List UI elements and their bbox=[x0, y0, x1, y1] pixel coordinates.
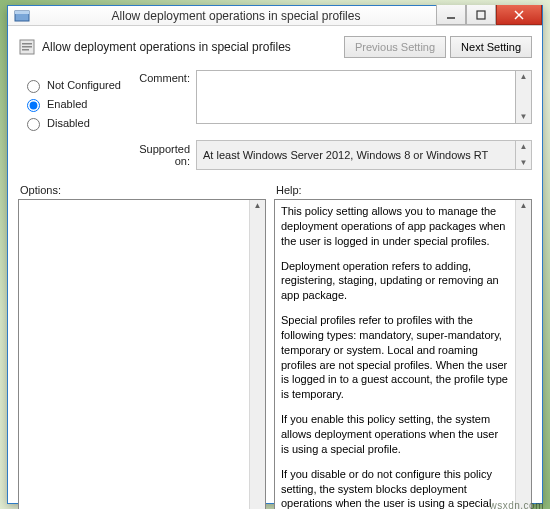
next-setting-button[interactable]: Next Setting bbox=[450, 36, 532, 58]
radio-enabled-input[interactable] bbox=[27, 99, 40, 112]
header-row: Allow deployment operations in special p… bbox=[18, 36, 532, 58]
chevron-up-icon[interactable]: ▲ bbox=[516, 201, 531, 210]
help-body: This policy setting allows you to manage… bbox=[274, 199, 532, 509]
help-pane: Help: This policy setting allows you to … bbox=[274, 180, 532, 509]
policy-title: Allow deployment operations in special p… bbox=[42, 40, 338, 54]
chevron-up-icon[interactable]: ▲ bbox=[520, 141, 528, 153]
config-row: Not Configured Enabled Disabled Comment:… bbox=[18, 70, 532, 134]
radio-not-configured[interactable]: Not Configured bbox=[22, 77, 138, 93]
minimize-button[interactable] bbox=[436, 5, 466, 25]
radio-enabled-label: Enabled bbox=[47, 98, 87, 110]
content-area: Allow deployment operations in special p… bbox=[8, 26, 542, 509]
svg-rect-1 bbox=[15, 11, 29, 14]
help-p4: If you enable this policy setting, the s… bbox=[281, 412, 509, 457]
close-button[interactable] bbox=[496, 5, 542, 25]
help-label: Help: bbox=[276, 184, 532, 196]
options-label: Options: bbox=[20, 184, 266, 196]
radio-not-configured-input[interactable] bbox=[27, 80, 40, 93]
app-icon bbox=[14, 8, 30, 24]
chevron-up-icon[interactable]: ▲ bbox=[520, 71, 528, 83]
options-content bbox=[19, 200, 249, 509]
state-radios: Not Configured Enabled Disabled bbox=[18, 70, 138, 134]
help-p2: Deployment operation refers to adding, r… bbox=[281, 259, 509, 304]
chevron-down-icon[interactable]: ▼ bbox=[520, 157, 528, 169]
policy-icon bbox=[18, 38, 36, 56]
radio-disabled-input[interactable] bbox=[27, 118, 40, 131]
panes: Options: ▲ ▼ Help: This policy setting a… bbox=[18, 180, 532, 509]
dialog-window: Allow deployment operations in special p… bbox=[7, 5, 543, 504]
options-scrollbar[interactable]: ▲ ▼ bbox=[249, 200, 265, 509]
help-scrollbar[interactable]: ▲ ▼ bbox=[515, 200, 531, 509]
help-p3: Special profiles refer to profiles with … bbox=[281, 313, 509, 402]
options-pane: Options: ▲ ▼ bbox=[18, 180, 266, 509]
radio-disabled-label: Disabled bbox=[47, 117, 90, 129]
window-buttons bbox=[436, 6, 542, 25]
supported-on-box: At least Windows Server 2012, Windows 8 … bbox=[196, 140, 516, 170]
comment-input[interactable] bbox=[196, 70, 516, 124]
radio-disabled[interactable]: Disabled bbox=[22, 115, 138, 131]
svg-rect-8 bbox=[22, 46, 32, 48]
chevron-up-icon[interactable]: ▲ bbox=[250, 201, 265, 210]
supported-on-label: Supported on: bbox=[124, 140, 196, 167]
comment-label: Comment: bbox=[138, 70, 196, 124]
supported-on-text: At least Windows Server 2012, Windows 8 … bbox=[203, 149, 509, 161]
options-body: ▲ ▼ bbox=[18, 199, 266, 509]
radio-not-configured-label: Not Configured bbox=[47, 79, 121, 91]
help-p1: This policy setting allows you to manage… bbox=[281, 204, 509, 249]
help-p5: If you disable or do not configure this … bbox=[281, 467, 509, 509]
chevron-down-icon[interactable]: ▼ bbox=[520, 111, 528, 123]
help-content: This policy setting allows you to manage… bbox=[275, 200, 515, 509]
titlebar[interactable]: Allow deployment operations in special p… bbox=[8, 6, 542, 26]
svg-rect-3 bbox=[477, 11, 485, 19]
svg-rect-7 bbox=[22, 43, 32, 45]
supported-on-row: Supported on: At least Windows Server 20… bbox=[124, 140, 532, 170]
maximize-button[interactable] bbox=[466, 5, 496, 25]
radio-enabled[interactable]: Enabled bbox=[22, 96, 138, 112]
svg-rect-9 bbox=[22, 49, 29, 51]
window-title: Allow deployment operations in special p… bbox=[36, 9, 436, 23]
previous-setting-button[interactable]: Previous Setting bbox=[344, 36, 446, 58]
